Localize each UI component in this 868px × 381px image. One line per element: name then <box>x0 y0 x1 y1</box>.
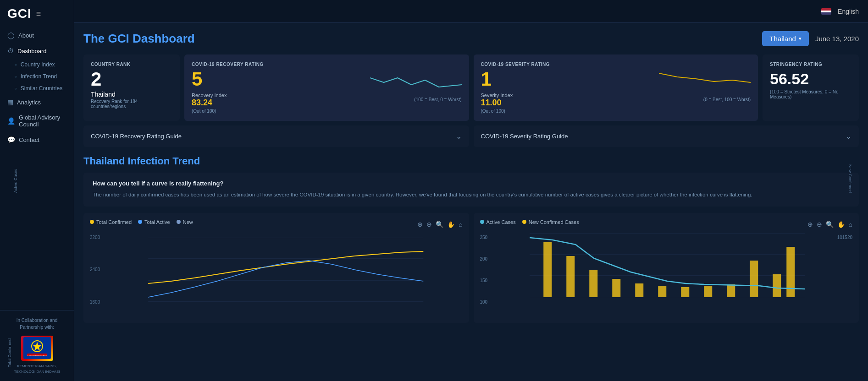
severity-card: COVID-19 SEVERITY RATING 1 Severity Inde… <box>474 54 758 121</box>
svg-rect-16 <box>612 279 620 297</box>
selected-country: Thailand <box>769 35 796 43</box>
y2-right-label-20: 20 <box>847 235 852 305</box>
chart2-y-axis-left: 250 200 150 100 <box>480 233 495 306</box>
collab-logo: KEMENTERIAN SAINS <box>19 334 55 362</box>
sidebar-label-global-advisory: Global Advisory Council <box>19 114 66 128</box>
language-label[interactable]: English <box>838 8 859 15</box>
country-selector[interactable]: Thailand ▾ <box>762 31 809 46</box>
sidebar-label-infection-trend: Infection Trend <box>21 73 57 80</box>
dashboard-icon: ⏱ <box>7 47 14 54</box>
sidebar-item-contact[interactable]: 💬 Contact <box>0 132 74 147</box>
guide-row: COVID-19 Recovery Rating Guide ⌄ COVID-1… <box>83 125 859 147</box>
y2-right-label-15: 15 <box>842 235 847 305</box>
recovery-value: 5 <box>192 69 227 90</box>
zoom-out-icon-2[interactable]: ⊖ <box>817 221 822 228</box>
chart1-svg <box>109 238 463 302</box>
collaboration-text: In Collaboration and Partnership with: <box>17 318 58 330</box>
svg-rect-23 <box>773 274 781 297</box>
svg-rect-15 <box>589 270 597 297</box>
chart1-toolbar: ⊕ ⊖ 🔍 ✋ ⌂ <box>417 221 462 228</box>
chart-confirmed-card: Total Confirmed Total Active New ⊕ <box>83 213 469 323</box>
search-icon-2[interactable]: 🔍 <box>826 221 834 228</box>
stringency-value: 56.52 <box>770 71 851 87</box>
y2-right-label-10: 10 <box>837 235 842 305</box>
svg-rect-21 <box>727 284 735 297</box>
legend-active-cases: Active Cases <box>480 219 516 225</box>
legend-dot-active-cases <box>480 220 484 224</box>
zoom-out-icon[interactable]: ⊖ <box>426 221 432 228</box>
chart1-y-axis: 3200 2400 1600 <box>90 233 106 306</box>
sidebar-item-global-advisory[interactable]: 👤 Global Advisory Council <box>0 110 74 132</box>
chart2-svg <box>498 233 837 297</box>
sidebar-item-analytics[interactable]: ▦ Analytics <box>0 94 74 110</box>
y2-label-150: 150 <box>480 278 495 283</box>
sidebar-item-infection-trend[interactable]: Infection Trend <box>0 71 74 82</box>
sidebar-label-contact: Contact <box>19 136 39 143</box>
y2-label-200: 200 <box>480 256 495 261</box>
hamburger-menu[interactable]: ≡ <box>36 9 41 19</box>
sidebar-item-dashboard[interactable]: ⏱ Dashboard <box>0 43 74 59</box>
legend-label-new-confirmed: New Confirmed Cases <box>529 219 579 225</box>
reset-icon[interactable]: ⌂ <box>459 221 462 228</box>
sidebar-label-similar-countries: Similar Countries <box>21 85 62 92</box>
header-right: Thailand ▾ June 13, 2020 <box>762 31 859 46</box>
main-content: English The GCI Dashboard Thailand ▾ Jun… <box>74 0 868 381</box>
y2-label-100: 100 <box>480 299 495 305</box>
app-logo: GCI <box>7 6 32 21</box>
trend-section-title: Thailand Infection Trend <box>83 155 859 167</box>
chart2-area <box>498 233 837 306</box>
severity-guide-label: COVID-19 Severity Rating Guide <box>481 133 568 140</box>
severity-guide-dropdown[interactable]: COVID-19 Severity Rating Guide ⌄ <box>474 125 859 147</box>
sidebar-label-analytics: Analytics <box>17 99 41 106</box>
collab-emblem: KEMENTERIAN SAINS <box>21 336 53 361</box>
recovery-index-label: Recovery Index <box>192 93 227 98</box>
recovery-index-value: 83.24 <box>192 98 227 108</box>
legend-label-new: New <box>183 219 193 225</box>
legend-new: New <box>177 219 193 225</box>
sidebar-nav: ◯ About ⏱ Dashboard Country Index Infect… <box>0 27 74 310</box>
svg-rect-20 <box>704 286 712 297</box>
rank-sub: Recovery Rank for 184 countries/regions <box>91 99 172 109</box>
chevron-down-icon: ▾ <box>799 36 802 42</box>
legend-dot-new-confirmed <box>522 220 526 224</box>
stringency-card: STRINGENCY RATING 56.52 (100 = Strictest… <box>763 54 859 121</box>
legend-dot-confirmed <box>90 220 94 224</box>
contact-icon: 💬 <box>7 136 15 143</box>
zoom-in-icon[interactable]: ⊕ <box>417 221 423 228</box>
legend-label-active-cases: Active Cases <box>487 219 516 225</box>
info-box: How can you tell if a curve is really fl… <box>83 173 859 206</box>
recovery-label: COVID-19 RECOVERY RATING <box>192 62 462 67</box>
chart2-y-right-title: New Confirmed <box>848 164 852 193</box>
recovery-card: COVID-19 RECOVERY RATING 5 Recovery Inde… <box>184 54 469 121</box>
search-icon[interactable]: 🔍 <box>436 221 443 228</box>
stat-cards-row: COUNTRY RANK 2 Thailand Recovery Rank fo… <box>83 54 859 121</box>
severity-index-label: Severity Index <box>481 93 513 98</box>
zoom-in-icon-2[interactable]: ⊕ <box>807 221 813 228</box>
y-label-3200: 3200 <box>90 235 106 240</box>
chart2-y-axis-right: 20 15 10 <box>840 233 852 306</box>
legend-label-confirmed: Total Confirmed <box>96 219 132 225</box>
reset-icon-2[interactable]: ⌂ <box>849 221 852 228</box>
legend-new-confirmed: New Confirmed Cases <box>522 219 579 225</box>
date-label: June 13, 2020 <box>815 35 859 43</box>
recovery-guide-dropdown[interactable]: COVID-19 Recovery Rating Guide ⌄ <box>83 125 469 147</box>
legend-total-confirmed: Total Confirmed <box>90 219 132 225</box>
legend-dot-active <box>138 220 142 224</box>
sidebar-item-about[interactable]: ◯ About <box>0 27 74 43</box>
pan-icon[interactable]: ✋ <box>447 221 455 228</box>
rank-value: 2 <box>91 69 172 90</box>
sidebar-sub-nav: Country Index Infection Trend Similar Co… <box>0 59 74 94</box>
sidebar-item-similar-countries[interactable]: Similar Countries <box>0 82 74 94</box>
severity-chart-note: (0 = Best, 100 = Worst) <box>703 97 751 102</box>
sidebar-item-country-index[interactable]: Country Index <box>0 59 74 71</box>
global-icon: 👤 <box>7 117 15 125</box>
dashboard-header: The GCI Dashboard Thailand ▾ June 13, 20… <box>83 31 859 46</box>
severity-label: COVID-19 SEVERITY RATING <box>481 62 751 67</box>
flag-icon <box>821 8 831 15</box>
chart1-area <box>109 233 463 306</box>
legend-total-active: Total Active <box>138 219 170 225</box>
chart2-legend: Active Cases New Confirmed Cases <box>480 219 579 225</box>
dashboard-title: The GCI Dashboard <box>83 32 195 46</box>
pan-icon-2[interactable]: ✋ <box>837 221 845 228</box>
y-label-1600: 1600 <box>90 299 106 305</box>
